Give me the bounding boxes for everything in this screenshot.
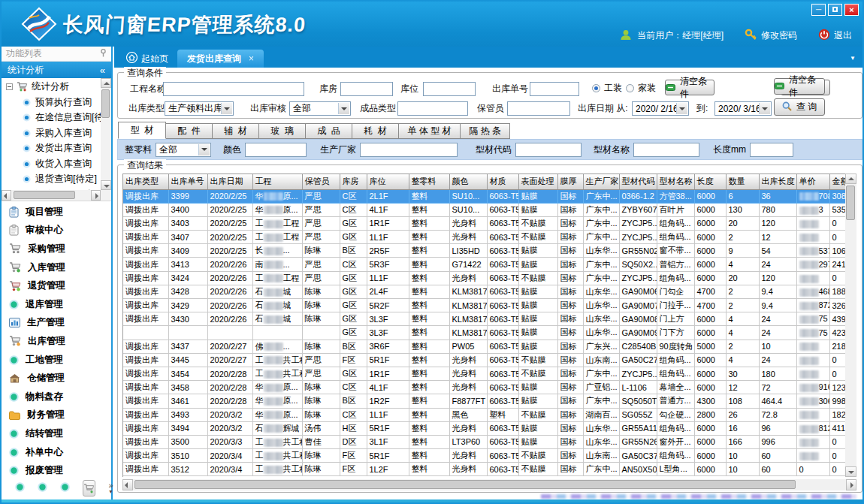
table-cell[interactable]: 411 xyxy=(829,421,845,435)
table-cell[interactable]: 严思 xyxy=(302,203,340,216)
table-cell[interactable]: 调拨出库 xyxy=(123,421,168,435)
table-cell[interactable]: 6063-T5 xyxy=(487,435,518,448)
sidebar-menu-item[interactable]: 项目管理 xyxy=(2,203,111,222)
table-cell[interactable] xyxy=(796,449,829,463)
table-cell[interactable]: 3400 xyxy=(168,203,207,216)
table-cell[interactable]: 6000 xyxy=(694,271,726,285)
table-cell[interactable]: 国标 xyxy=(557,203,583,216)
table-cell[interactable]: 2 xyxy=(726,299,759,312)
sidebar-menu-item[interactable]: 退库管理 xyxy=(2,295,111,314)
table-cell[interactable]: 山东华... xyxy=(583,244,619,258)
table-cell[interactable]: 调拨出库 xyxy=(123,449,168,463)
table-row[interactable]: 调拨出库34542020/2/28工共工程严思G区1R1F整料光身料6063-T… xyxy=(123,367,845,380)
table-cell[interactable]: ZYCJP5... xyxy=(619,216,657,230)
table-cell[interactable]: 3461 xyxy=(168,394,207,408)
table-cell[interactable]: G区 xyxy=(340,312,367,326)
table-row[interactable]: 调拨出库34612020/2/28华原...陈琳B区1R2F整料F8877FT6… xyxy=(123,394,845,408)
table-cell[interactable]: 光身料 xyxy=(449,216,487,230)
table-cell[interactable]: 山东南... xyxy=(583,353,619,367)
pin-icon[interactable] xyxy=(100,49,107,59)
table-cell[interactable]: 3L1F xyxy=(367,435,409,448)
shortcut-dot-icon[interactable] xyxy=(38,481,47,495)
table-cell[interactable]: 严思 xyxy=(302,216,340,230)
table-cell[interactable]: 广东中... xyxy=(583,189,619,203)
audit-select[interactable]: 全部 xyxy=(289,101,351,116)
table-cell[interactable]: 9 xyxy=(726,244,759,258)
column-header[interactable]: 颜色 xyxy=(449,174,487,189)
table-cell[interactable]: 调拨出库 xyxy=(123,340,168,353)
sidebar-menu-item[interactable]: 补单中心 xyxy=(2,443,111,462)
table-cell[interactable]: 3437 xyxy=(168,340,207,353)
material-tab[interactable]: 型 材 xyxy=(118,122,166,139)
table-cell[interactable]: 6000 xyxy=(694,312,726,326)
clear-conditions-button2[interactable]: 清空条件 xyxy=(774,78,825,95)
table-cell[interactable]: 山东华... xyxy=(583,421,619,435)
table-cell[interactable]: KLM3817 xyxy=(449,285,487,298)
table-cell[interactable]: 陈琳 xyxy=(302,463,340,476)
table-cell[interactable]: GR55A11 xyxy=(619,421,657,435)
table-cell[interactable]: 不贴膜 xyxy=(518,463,557,476)
table-cell[interactable]: 不贴膜 xyxy=(518,408,557,421)
table-cell[interactable]: ZYBY607 xyxy=(619,203,657,216)
table-cell[interactable]: 贴膜 xyxy=(518,285,557,298)
table-cell[interactable]: 0 xyxy=(829,353,845,367)
table-cell[interactable]: 国标 xyxy=(557,353,583,367)
table-cell[interactable]: 6063-T5 xyxy=(487,271,518,285)
table-cell[interactable]: 6063-T5 xyxy=(487,189,518,203)
table-cell[interactable]: 长... xyxy=(252,244,302,258)
table-cell[interactable]: 国标 xyxy=(557,381,583,394)
table-cell[interactable]: 工共工程 xyxy=(252,435,302,448)
table-cell[interactable]: 24 xyxy=(759,258,796,271)
table-cell[interactable]: GR55N02 xyxy=(619,244,657,258)
table-cell[interactable]: 3428 xyxy=(168,285,207,298)
table-row[interactable]: 调拨出库34942020/3/2石辉城汤伟H区5R1F整料光身料6063-T5贴… xyxy=(123,421,845,435)
table-cell[interactable]: 0 xyxy=(829,216,845,230)
table-cell[interactable]: 3445 xyxy=(168,353,207,367)
table-cell[interactable]: 0 xyxy=(829,449,845,463)
table-cell[interactable] xyxy=(796,216,829,230)
table-cell[interactable]: 陈琳 xyxy=(302,340,340,353)
table-cell[interactable]: 6000 xyxy=(694,381,726,394)
table-cell[interactable]: GA90M06. xyxy=(619,285,657,298)
table-row[interactable]: 调拨出库34582020/2/28华原...陈琳C区4L1F整料光身料6063-… xyxy=(123,381,845,394)
table-cell[interactable]: 调拨出库 xyxy=(123,367,168,380)
table-cell[interactable]: 调拨出库 xyxy=(123,312,168,326)
table-cell[interactable]: 广东中... xyxy=(583,463,619,476)
table-cell[interactable]: 贴膜 xyxy=(518,326,557,340)
table-cell[interactable]: 调拨出库 xyxy=(123,244,168,258)
table-cell[interactable]: 调拨出库 xyxy=(123,381,168,394)
table-cell[interactable]: 3494 xyxy=(168,421,207,435)
table-cell[interactable]: 国标 xyxy=(557,408,583,421)
table-cell[interactable]: 国标 xyxy=(557,244,583,258)
table-cell[interactable]: 0 xyxy=(829,231,845,244)
table-cell[interactable]: 调拨出库 xyxy=(123,408,168,421)
table-cell[interactable]: L-1106 xyxy=(619,381,657,394)
table-cell[interactable]: 4 xyxy=(726,326,759,340)
search-button[interactable]: 查 询 xyxy=(774,98,825,116)
table-cell[interactable]: 6063-T5 xyxy=(487,449,518,463)
table-cell[interactable]: 国标 xyxy=(557,299,583,312)
table-cell[interactable]: 2020/2/25 xyxy=(207,231,252,244)
table-cell[interactable]: 6063-T5 xyxy=(487,285,518,298)
table-cell[interactable]: 不贴膜 xyxy=(518,231,557,244)
column-header[interactable]: 出库日期 xyxy=(207,174,252,189)
table-cell[interactable]: 60 xyxy=(759,463,796,476)
table-cell[interactable]: 整料 xyxy=(409,244,449,258)
table-cell[interactable]: 20 xyxy=(726,216,759,230)
table-cell[interactable]: 石城 xyxy=(252,299,302,312)
table-cell[interactable]: 华原... xyxy=(252,381,302,394)
table-cell[interactable]: 3454 xyxy=(168,367,207,380)
table-cell[interactable]: 54 xyxy=(759,244,796,258)
table-cell[interactable]: 6000 xyxy=(694,367,726,380)
table-cell[interactable]: 组角码... xyxy=(657,421,694,435)
column-header[interactable]: 材质 xyxy=(487,174,518,189)
table-row[interactable]: 调拨出库34372020/2/27佛...陈琳B区3R6F整料PW056063-… xyxy=(123,340,845,353)
table-cell[interactable]: 2020/2/25 xyxy=(207,203,252,216)
table-cell[interactable]: 4700 xyxy=(694,299,726,312)
table-cell[interactable]: 2020/2/25 xyxy=(207,189,252,203)
sidebar-more-button[interactable]: »▼ xyxy=(108,483,113,494)
table-cell[interactable] xyxy=(796,367,829,380)
table-cell[interactable]: 组角码... xyxy=(657,231,694,244)
table-cell[interactable]: 6000 xyxy=(694,189,726,203)
table-cell[interactable]: G区 xyxy=(340,299,367,312)
